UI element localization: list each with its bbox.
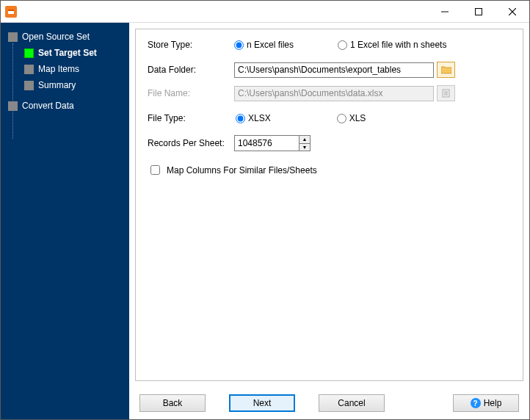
data-folder-label: Data Folder: [148,65,234,75]
titlebar [1,1,529,23]
close-button[interactable] [495,1,529,23]
form-panel: Store Type: n Excel files 1 Excel file w… [135,29,523,381]
radio-label: XLS [349,113,366,123]
store-type-one-file[interactable]: 1 Excel file with n sheets [338,40,446,50]
next-button[interactable]: Next [229,394,295,412]
radio-xls[interactable] [337,114,346,123]
browse-file-button [437,85,455,101]
file-type-xlsx[interactable]: XLSX [236,113,271,123]
sidebar-item-map-items[interactable]: Map Items [8,61,129,77]
radio-label: n Excel files [247,40,294,50]
store-type-label: Store Type: [148,40,234,50]
file-type-xls[interactable]: XLS [337,113,366,123]
sidebar-item-label: Set Target Set [38,48,97,58]
sidebar-item-set-target-set[interactable]: Set Target Set [8,45,129,61]
sidebar-item-label: Open Source Set [22,32,90,42]
sidebar-item-open-source-set[interactable]: Open Source Set [8,29,129,45]
button-bar: Back Next Cancel ? Help [129,387,529,419]
sidebar-item-label: Map Items [38,64,79,74]
back-button[interactable]: Back [139,394,206,412]
file-type-label: File Type: [148,113,234,123]
sidebar-item-convert-data[interactable]: Convert Data [8,98,129,114]
cancel-button[interactable]: Cancel [319,394,385,412]
records-spin-down[interactable]: ▼ [300,144,310,151]
radio-label: XLSX [248,113,271,123]
file-name-input [234,86,434,101]
svg-rect-3 [476,8,482,15]
help-icon: ? [471,398,481,408]
radio-xlsx[interactable] [236,114,245,123]
node-icon [8,32,18,42]
sidebar-item-summary[interactable]: Summary [8,77,129,93]
browse-folder-button[interactable] [437,62,455,78]
node-icon [24,48,34,58]
radio-n-files[interactable] [234,40,244,50]
app-icon [5,6,17,18]
radio-label: 1 Excel file with n sheets [350,40,446,50]
records-label: Records Per Sheet: [148,138,234,148]
close-icon [509,8,516,15]
minimize-icon [441,8,449,15]
wizard-sidebar: Open Source Set Set Target Set Map Items… [1,23,129,419]
maximize-icon [475,8,482,15]
radio-one-file[interactable] [338,40,347,50]
help-label: Help [484,398,502,408]
store-type-n-files[interactable]: n Excel files [234,40,294,50]
node-icon [24,65,34,74]
file-name-label: File Name: [148,88,234,98]
map-columns-label: Map Columns For Similar Files/Sheets [167,165,317,175]
data-folder-input[interactable] [234,62,434,78]
file-icon [441,89,451,98]
map-columns-checkbox[interactable] [150,165,160,175]
node-icon [24,81,34,90]
folder-icon [441,65,451,74]
maximize-button[interactable] [462,1,495,23]
minimize-button[interactable] [428,1,462,23]
sidebar-item-label: Summary [38,80,76,90]
svg-rect-1 [8,10,14,11]
help-button[interactable]: ? Help [453,394,519,412]
records-input[interactable] [234,135,299,151]
records-spin-up[interactable]: ▲ [300,136,310,144]
sidebar-item-label: Convert Data [22,101,74,111]
